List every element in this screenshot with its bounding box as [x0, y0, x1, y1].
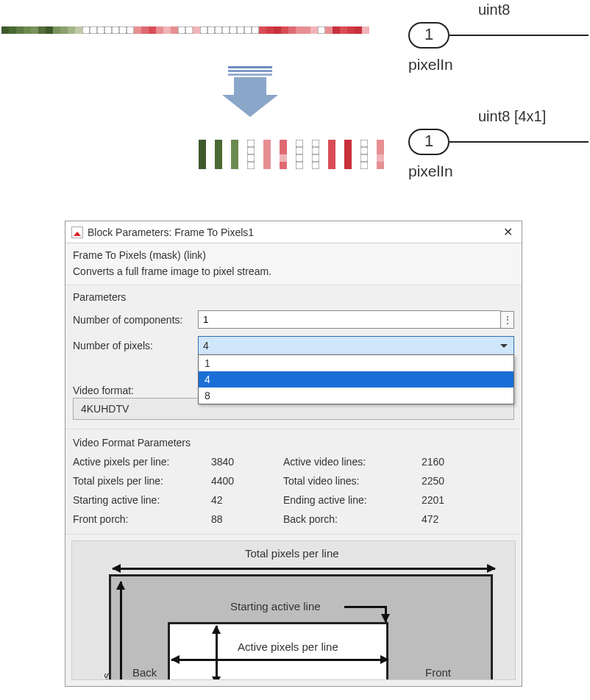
pixel-grid [312, 140, 319, 169]
pixel-grid [360, 140, 368, 169]
pixel-cell [263, 162, 271, 169]
pixel-cell [16, 26, 24, 34]
pixel-cell [377, 154, 384, 162]
pixel-cell [82, 26, 90, 34]
pixel-cell [263, 147, 271, 154]
pixel-cell [263, 154, 271, 162]
pixel-cell [231, 140, 238, 147]
pixel-cell [280, 147, 287, 154]
pixel-grid [377, 140, 384, 169]
pixel-cell [199, 140, 206, 147]
pixel-cell [328, 147, 335, 154]
pixel-cell [68, 26, 75, 34]
pixel-cell [263, 140, 271, 147]
pixel-grid [199, 140, 206, 169]
pixel-cell [178, 26, 185, 34]
pixel-cell [280, 140, 287, 147]
pixel-cell [274, 26, 281, 34]
pixel-cell [344, 147, 352, 154]
pixel-cell [24, 26, 31, 34]
pixel-cell [9, 26, 16, 34]
pixel-cell [199, 154, 206, 162]
pixel-cell [312, 140, 319, 147]
pixel-cell [377, 147, 384, 154]
pixel-cell [333, 26, 340, 34]
pixel-cell [231, 154, 238, 162]
pixel-cell [244, 26, 252, 34]
pixel-cell [215, 162, 222, 169]
pixel-grid [231, 140, 238, 169]
pixel-cell [185, 26, 193, 34]
port-wire [449, 35, 589, 36]
pixel-cell [280, 154, 287, 162]
port-label: pixelIn [408, 162, 453, 180]
pixel-cell [328, 140, 335, 147]
pixel-cell [119, 26, 127, 34]
pixel-cell [247, 154, 255, 162]
pixel-cell [296, 154, 303, 162]
port-shape: 1 [408, 22, 449, 49]
pixel-cell [344, 162, 352, 169]
pixel-cell [1, 26, 9, 34]
pixel-cell [247, 162, 255, 169]
pixel-cell [215, 147, 222, 154]
pixel-cell [215, 26, 222, 34]
pixel-grid [215, 140, 222, 169]
pixel-cell [344, 140, 352, 147]
pixel-cell [215, 154, 222, 162]
pixel-cell [75, 26, 82, 34]
pixel-cell [200, 26, 207, 34]
arrow-down-icon [228, 66, 278, 117]
pixel-grid [296, 140, 303, 169]
pixel-cell [104, 26, 112, 34]
pixel-grid [263, 140, 271, 169]
pixel-cell [247, 140, 255, 147]
pixel-cell [296, 26, 303, 34]
pixel-cell [296, 140, 303, 147]
pixel-cell [141, 26, 149, 34]
pixel-cell [318, 26, 325, 34]
pixel-cell [280, 162, 287, 169]
pixel-cell [247, 147, 255, 154]
pixel-cell [328, 154, 335, 162]
pixel-cell [193, 26, 200, 34]
pixel-cell [259, 26, 266, 34]
illustration-area: 1 pixelIn uint8 1 pixelIn uint8 [4x1] [0, 0, 590, 206]
pixel-cell [312, 154, 319, 162]
pixel-cell [231, 162, 238, 169]
pixel-cell [288, 26, 296, 34]
pixel-cell [362, 26, 369, 34]
pixel-cell [377, 162, 384, 169]
pixel-cell [112, 26, 119, 34]
pixel-cell [266, 26, 274, 34]
pixel-cell [281, 26, 288, 34]
pixel-cell [325, 26, 333, 34]
pixel-cell [328, 162, 335, 169]
port-datatype: uint8 [4x1] [478, 108, 546, 125]
pixel-cell [156, 26, 163, 34]
pixel-cell [199, 162, 206, 169]
port-shape: 1 [408, 129, 449, 155]
pixel-cell [360, 162, 368, 169]
port-datatype: uint8 [478, 1, 510, 18]
pixel-cell [347, 26, 355, 34]
pixel-cell [310, 26, 318, 34]
pixel-cell [60, 26, 68, 34]
pixel-cell [312, 162, 319, 169]
pixel-cell [355, 26, 362, 34]
pixel-cell [97, 26, 104, 34]
port-label: pixelIn [408, 56, 453, 74]
pixel-grid [280, 140, 287, 169]
pixel-cell [171, 26, 178, 34]
pixel-grid [328, 140, 335, 169]
pixel-cell [296, 162, 303, 169]
pixel-cell [230, 26, 237, 34]
pixel-cell [231, 147, 238, 154]
pixel-cell [360, 154, 368, 162]
pixel-grid [247, 140, 255, 169]
port-wire [449, 141, 589, 143]
pixel-cell [46, 26, 53, 34]
port-block-2: 1 pixelIn uint8 [4x1] [408, 129, 589, 155]
pixel-strip [1, 26, 369, 34]
pixel-cell [149, 26, 156, 34]
